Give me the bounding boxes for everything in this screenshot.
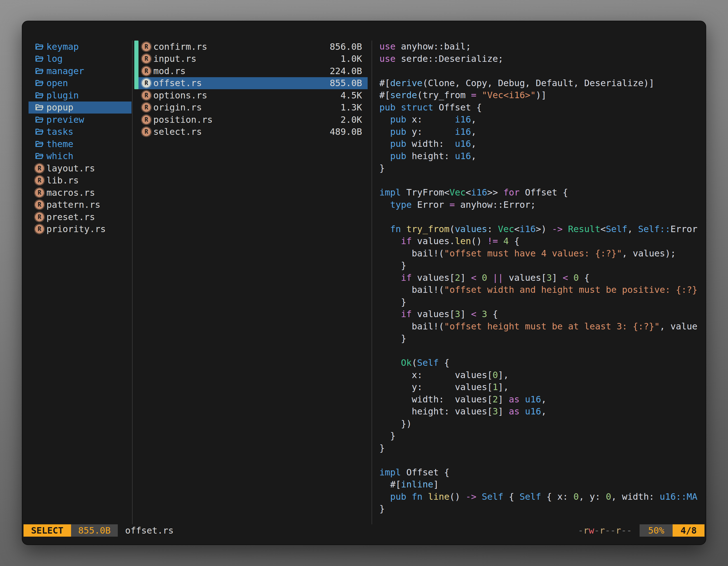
rust-icon: R: [35, 225, 44, 234]
file-name: origin.rs: [153, 102, 202, 113]
file-row[interactable]: Rpattern.rs: [29, 199, 131, 211]
code-line: use serde::Deserialize;: [379, 53, 705, 65]
code-line: impl TryFrom<Vec<i16>> for Offset {: [379, 187, 705, 199]
file-row[interactable]: Rorigin.rs1.3K: [138, 102, 368, 114]
file-size: 1.3K: [340, 102, 362, 113]
rust-icon: R: [142, 79, 151, 88]
cursor-position-badge: 4/8: [673, 524, 704, 537]
code-line: y: values[1],: [379, 381, 705, 393]
code-line: bail!("offset height must be at least 3:…: [379, 320, 705, 333]
rust-icon: R: [35, 213, 44, 222]
entry-name: theme: [46, 139, 73, 149]
dir-row[interactable]: tasks: [29, 126, 131, 138]
file-row[interactable]: Rposition.rs2.0K: [138, 114, 368, 126]
file-size: 2.0K: [340, 114, 362, 125]
file-name: options.rs: [153, 90, 207, 101]
file-row[interactable]: Roptions.rs4.5K: [138, 89, 368, 102]
dir-row[interactable]: theme: [29, 138, 131, 150]
dir-row[interactable]: open: [29, 77, 131, 90]
code-line: width: values[2] as u16,: [379, 393, 705, 406]
rust-icon: R: [142, 54, 151, 63]
file-row[interactable]: Rpriority.rs: [29, 223, 131, 236]
status-bar: SELECT 855.0B offset.rs -rw-r--r-- 50% 4…: [24, 524, 704, 537]
code-line: impl Offset {: [379, 466, 705, 479]
file-size: 856.0B: [330, 41, 362, 52]
scrollbar-indicator[interactable]: [134, 41, 138, 89]
entry-name: preview: [46, 114, 84, 125]
entry-name: popup: [46, 102, 73, 113]
file-name: position.rs: [153, 114, 213, 125]
code-line: #[derive(Clone, Copy, Debug, Default, De…: [379, 77, 705, 90]
file-row[interactable]: Rinput.rs1.0K: [138, 53, 368, 65]
code-line: }: [379, 162, 705, 175]
folder-open-icon: [35, 151, 44, 161]
dir-row[interactable]: which: [29, 150, 131, 163]
status-bar-left: SELECT 855.0B offset.rs: [24, 524, 174, 537]
file-permissions: -rw-r--r--: [578, 525, 632, 536]
mode-badge: SELECT: [24, 524, 71, 537]
file-row[interactable]: Roffset.rs855.0B: [138, 77, 368, 90]
code-line: }: [379, 332, 705, 345]
dir-row[interactable]: manager: [29, 65, 131, 77]
code-line: }: [379, 296, 705, 308]
entry-name: log: [46, 53, 63, 64]
folder-open-icon: [35, 66, 44, 76]
folder-open-icon: [35, 54, 44, 64]
entry-name: priority.rs: [46, 224, 106, 234]
current-directory-list: Rconfirm.rs856.0BRinput.rs1.0KRmod.rs224…: [133, 41, 372, 138]
code-line: type Error = anyhow::Error;: [379, 199, 705, 211]
file-row[interactable]: Rlib.rs: [29, 175, 131, 187]
folder-open-icon: [35, 42, 44, 51]
scroll-percent-badge: 50%: [640, 524, 673, 537]
file-size: 224.0B: [330, 66, 362, 76]
rust-icon: R: [142, 115, 151, 124]
folder-open-icon: [35, 78, 44, 88]
dir-row[interactable]: popup: [29, 102, 131, 114]
rust-icon: R: [35, 188, 44, 197]
entry-name: preset.rs: [46, 212, 95, 222]
folder-open-icon: [35, 91, 44, 100]
code-line: }: [379, 260, 705, 272]
file-row[interactable]: Rconfirm.rs856.0B: [138, 41, 368, 53]
code-line: pub width: u16,: [379, 138, 705, 150]
terminal-window: keymaplogmanageropenpluginpopuppreviewta…: [22, 21, 706, 545]
file-preview-pane[interactable]: use anyhow::bail;use serde::Deserialize;…: [372, 41, 705, 528]
entry-name: plugin: [46, 90, 79, 101]
entry-name: tasks: [46, 126, 73, 137]
current-directory-pane[interactable]: Rconfirm.rs856.0BRinput.rs1.0KRmod.rs224…: [133, 41, 372, 138]
file-name: offset.rs: [153, 78, 202, 88]
pane-divider-left: [132, 41, 133, 524]
code-line: #[inline]: [379, 478, 705, 491]
dir-row[interactable]: plugin: [29, 89, 131, 102]
code-line: if values[3] < 3 {: [379, 308, 705, 320]
rust-icon: R: [142, 91, 151, 100]
code-line: fn try_from(values: Vec<i16>) -> Result<…: [379, 223, 705, 236]
code-line: pub height: u16,: [379, 150, 705, 163]
file-size: 855.0B: [330, 78, 362, 88]
file-row[interactable]: Rselect.rs489.0B: [138, 126, 368, 138]
dir-row[interactable]: keymap: [29, 41, 131, 53]
folder-open-icon: [35, 115, 44, 125]
code-line: }: [379, 503, 705, 515]
code-line: use anyhow::bail;: [379, 41, 705, 53]
code-line: pub struct Offset {: [379, 102, 705, 114]
file-row[interactable]: Rmacros.rs: [29, 187, 131, 199]
file-row[interactable]: Rmod.rs224.0B: [138, 65, 368, 77]
file-row[interactable]: Rpreset.rs: [29, 211, 131, 223]
dir-row[interactable]: preview: [29, 114, 131, 126]
code-line: [379, 175, 705, 187]
entry-name: layout.rs: [46, 163, 95, 174]
file-name: mod.rs: [153, 66, 186, 76]
code-line: bail!("offset must have 4 values: {:?}",…: [379, 248, 705, 260]
dir-row[interactable]: log: [29, 53, 131, 65]
file-name: input.rs: [153, 53, 196, 64]
code-line: if values.len() != 4 {: [379, 235, 705, 248]
file-name: confirm.rs: [153, 41, 207, 52]
code-line: }): [379, 418, 705, 430]
code-line: pub y: i16,: [379, 126, 705, 138]
file-row[interactable]: Rlayout.rs: [29, 162, 131, 175]
rust-icon: R: [142, 103, 151, 112]
entry-name: macros.rs: [46, 187, 95, 198]
parent-directory-list: keymaplogmanageropenpluginpopuppreviewta…: [29, 41, 131, 235]
parent-directory-pane[interactable]: keymaplogmanageropenpluginpopuppreviewta…: [29, 41, 131, 235]
